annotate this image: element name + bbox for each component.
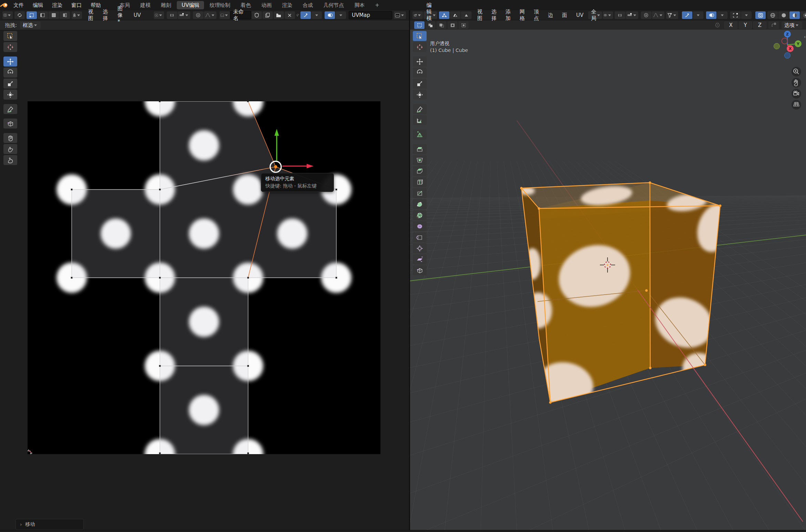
vp-menu-face[interactable]: 面 (558, 10, 572, 20)
snap-target-dropdown[interactable] (178, 11, 190, 19)
mirror-z-button[interactable]: Z (753, 21, 767, 29)
mirror-y-button[interactable]: Y (738, 21, 752, 29)
transform-orientation-dropdown[interactable]: 全局 (588, 11, 602, 19)
vp-menu-edge[interactable]: 边 (543, 10, 558, 20)
workspace-tab-modeling[interactable]: 建模 (135, 1, 155, 9)
workspace-tab-geometry-nodes[interactable]: 几何节点 (318, 1, 349, 9)
vp-tool-rip-region[interactable] (413, 265, 427, 275)
pin-icon[interactable] (296, 12, 299, 18)
vp-tool-edge-slide[interactable] (413, 232, 427, 242)
vp-overlays-dropdown[interactable] (717, 11, 727, 19)
tool-rotate[interactable] (3, 68, 17, 78)
vp-tool-loop-cut[interactable] (413, 177, 427, 187)
uv-select-mode-vertex[interactable] (27, 11, 37, 19)
selectmode-new[interactable] (414, 21, 425, 29)
viewport-nav-buttons[interactable] (792, 67, 801, 110)
shading-rendered[interactable] (800, 11, 806, 19)
vp-gizmo-dropdown[interactable] (693, 11, 703, 19)
vp-tool-bevel[interactable] (413, 166, 427, 176)
vp-proportional-toggle[interactable] (641, 11, 651, 19)
axis-neg-z-ball[interactable] (785, 53, 790, 59)
tool-tweak-select[interactable] (3, 31, 17, 41)
vp-tool-add-primitive[interactable] (413, 130, 427, 140)
tool-2d-cursor[interactable] (3, 42, 17, 52)
selectmode-intersect[interactable] (458, 21, 469, 29)
vp-menu-mesh[interactable]: 网格 (515, 10, 529, 20)
workspace-tab-rendering[interactable]: 渲染 (277, 1, 297, 9)
snap-toggle[interactable] (167, 11, 177, 19)
workspace-tab-uv-editing[interactable]: UV编辑 (177, 1, 204, 9)
vp-overlays-toggle[interactable] (706, 11, 716, 19)
mirror-x-button[interactable]: X (724, 21, 738, 29)
vp-falloff-dropdown[interactable] (652, 11, 664, 19)
uv-sync-toggle[interactable] (14, 11, 25, 19)
vp-pivot-dropdown[interactable] (603, 11, 613, 19)
workspace-tab-compositing[interactable]: 合成 (298, 1, 318, 9)
vp-snap-target-dropdown[interactable] (626, 11, 638, 19)
vp-tool-transform[interactable] (413, 90, 427, 100)
uv-map-field[interactable]: UVMap (349, 11, 392, 19)
workspace-tab-scripting[interactable]: 脚本 (349, 1, 369, 9)
drag-mode-dropdown[interactable]: 框选 (20, 21, 41, 29)
visibility-filter-dropdown[interactable] (666, 11, 678, 19)
menu-file[interactable]: 文件 (9, 0, 28, 10)
uv-select-mode-face[interactable] (49, 11, 59, 19)
xray-toggle[interactable] (755, 11, 766, 19)
shading-material-preview[interactable] (789, 11, 800, 19)
vp-tool-poly-build[interactable] (413, 199, 427, 209)
viewport-canvas[interactable] (410, 30, 806, 530)
axis-gizmo[interactable]: Z Y X (774, 31, 802, 59)
tool-scale[interactable] (3, 79, 17, 89)
vp-snap-toggle[interactable] (615, 11, 625, 19)
browse-image-dropdown[interactable] (220, 11, 230, 19)
uv-menu-view[interactable]: 视图 (84, 10, 99, 20)
vp-tool-select-box[interactable] (413, 31, 427, 41)
fake-user-toggle[interactable] (252, 11, 262, 19)
tool-grab[interactable] (3, 133, 17, 143)
sidebar-collapse-arrow[interactable]: ‹ (804, 34, 806, 39)
selectmode-subtract[interactable] (436, 21, 447, 29)
viewport-editor-type-dropdown[interactable] (412, 11, 423, 19)
navigation-gizmo[interactable]: Z Y X ‹ (772, 26, 806, 112)
uv-overlays-toggle[interactable] (325, 11, 335, 19)
workspace-tab-texture-paint[interactable]: 纹理绘制 (205, 1, 235, 9)
vp-tool-rotate[interactable] (413, 68, 427, 78)
uv-menu-image[interactable]: 图像* (113, 10, 129, 20)
operator-panel[interactable]: › 移动 (16, 519, 84, 530)
workspace-tab-shading[interactable]: 着色 (236, 1, 256, 9)
vp-menu-uv[interactable]: UV (572, 10, 588, 20)
vp-tool-measure[interactable] (413, 115, 427, 125)
vp-tool-move[interactable] (413, 57, 427, 66)
falloff-dropdown[interactable] (204, 11, 216, 19)
proportional-edit-toggle[interactable] (193, 11, 203, 19)
pivot-point-dropdown[interactable] (154, 11, 164, 19)
tool-pinch[interactable] (3, 155, 17, 165)
tool-transform[interactable] (3, 90, 17, 100)
vp-menu-view[interactable]: 视图 (473, 10, 487, 20)
vp-tool-extrude[interactable] (413, 144, 427, 154)
shading-solid[interactable] (778, 11, 789, 19)
region-divider[interactable] (409, 10, 410, 530)
mode-dropdown[interactable]: 编辑模式 (424, 11, 437, 19)
mesh-select-mode-edge[interactable] (450, 11, 460, 19)
mesh-select-mode-vertex[interactable] (439, 11, 449, 19)
workspace-tab-sculpting[interactable]: 雕刻 (156, 1, 176, 9)
workspace-tab-animation[interactable]: 动画 (256, 1, 276, 9)
vp-tool-shear[interactable] (413, 254, 427, 264)
menu-window[interactable]: 窗口 (67, 0, 86, 10)
shading-wireframe[interactable] (767, 11, 778, 19)
selectmode-extend[interactable] (425, 21, 436, 29)
blender-logo-icon[interactable] (0, 2, 9, 9)
open-image-button[interactable] (274, 11, 284, 19)
uv-2d-cursor[interactable] (28, 449, 32, 454)
selected-uv-vertex[interactable] (274, 165, 277, 168)
vp-corner-widget[interactable] (730, 11, 741, 19)
selectmode-invert[interactable] (447, 21, 458, 29)
unlink-image-button[interactable] (285, 11, 295, 19)
uv-select-mode-edge[interactable] (38, 11, 48, 19)
uv-gizmo-dropdown[interactable] (312, 11, 322, 19)
workspace-add-button[interactable]: + (370, 1, 384, 9)
vp-tool-annotate[interactable] (413, 104, 427, 114)
vp-tool-scale[interactable] (413, 79, 427, 89)
sticky-selection-dropdown[interactable] (72, 11, 82, 19)
